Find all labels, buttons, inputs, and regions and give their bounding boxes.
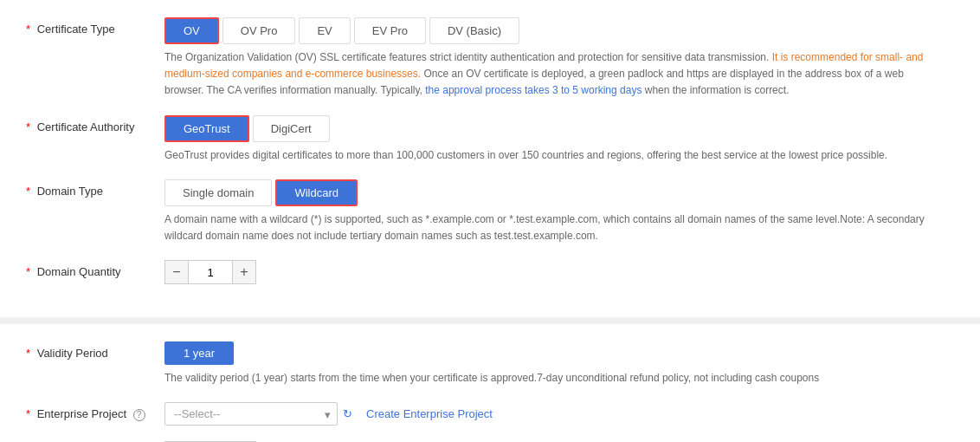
enterprise-row: --Select-- ↻ Create Enterprise Project [164, 402, 954, 426]
required-star4: * [26, 265, 30, 278]
section-divider [0, 317, 980, 324]
required-star6: * [26, 407, 30, 420]
validity-period-label: * Validity Period [26, 341, 164, 360]
enterprise-project-row: * Enterprise Project ? --Select-- ↻ Crea… [26, 402, 954, 426]
enterprise-select[interactable]: --Select-- [164, 402, 338, 426]
cert-type-ev-pro[interactable]: EV Pro [354, 17, 426, 44]
validity-period-content: 1 year The validity period (1 year) star… [164, 341, 954, 387]
certificate-type-content: OV OV Pro EV EV Pro DV (Basic) The Organ… [164, 17, 954, 100]
label-text5: Validity Period [37, 347, 108, 360]
refresh-icon[interactable]: ↻ [343, 407, 352, 420]
domain-qty-input[interactable] [189, 260, 232, 284]
certificate-authority-options: GeoTrust DigiCert [164, 115, 954, 142]
ca-description: GeoTrust provides digital certificates t… [164, 147, 944, 164]
ca-digicert[interactable]: DigiCert [253, 115, 330, 142]
required-star: * [26, 23, 30, 36]
certificate-authority-row: * Certificate Authority GeoTrust DigiCer… [26, 115, 954, 164]
section-bottom: * Validity Period 1 year The validity pe… [0, 324, 980, 442]
enterprise-project-content: --Select-- ↻ Create Enterprise Project [164, 402, 954, 426]
certificate-authority-label: * Certificate Authority [26, 115, 164, 133]
certificate-type-label: * Certificate Type [26, 17, 164, 36]
domain-quantity-label: * Domain Quantity [26, 260, 164, 278]
label-text4: Domain Quantity [37, 265, 121, 278]
domain-type-description: A domain name with a wildcard (*) is sup… [164, 211, 944, 244]
required-star5: * [26, 347, 30, 360]
cert-type-ov[interactable]: OV [164, 17, 219, 44]
cert-type-ev[interactable]: EV [299, 17, 350, 44]
certificate-authority-content: GeoTrust DigiCert GeoTrust provides digi… [164, 115, 954, 164]
certificate-type-options: OV OV Pro EV EV Pro DV (Basic) [164, 17, 954, 44]
desc-normal3: when the information is correct. [642, 84, 789, 96]
desc-highlight2: the approval process takes 3 to 5 workin… [422, 84, 642, 96]
cert-type-description: The Organization Validation (OV) SSL cer… [164, 49, 944, 100]
enterprise-project-label: * Enterprise Project ? [26, 402, 164, 421]
domain-qty-increase[interactable]: + [232, 260, 256, 284]
domain-quantity-ctrl: − + [164, 260, 954, 284]
label-text3: Domain Type [37, 185, 103, 198]
create-enterprise-link[interactable]: Create Enterprise Project [366, 407, 493, 420]
domain-single[interactable]: Single domain [164, 179, 272, 206]
domain-quantity-row: * Domain Quantity − + [26, 260, 954, 284]
ca-geotrust[interactable]: GeoTrust [164, 115, 249, 142]
label-text6: Enterprise Project [37, 407, 126, 420]
validity-description: The validity period (1 year) starts from… [164, 370, 944, 387]
domain-type-content: Single domain Wildcard A domain name wit… [164, 179, 954, 244]
certificate-type-row: * Certificate Type OV OV Pro EV EV Pro D… [26, 17, 954, 100]
required-star2: * [26, 120, 30, 133]
validity-period-row: * Validity Period 1 year The validity pe… [26, 341, 954, 387]
required-star3: * [26, 185, 30, 198]
domain-type-options: Single domain Wildcard [164, 179, 954, 206]
domain-type-row: * Domain Type Single domain Wildcard A d… [26, 179, 954, 244]
validity-1year[interactable]: 1 year [164, 341, 234, 365]
label-text2: Certificate Authority [37, 120, 135, 133]
domain-qty-decrease[interactable]: − [164, 260, 189, 284]
section-top: * Certificate Type OV OV Pro EV EV Pro D… [0, 0, 980, 317]
domain-type-label: * Domain Type [26, 179, 164, 198]
help-icon[interactable]: ? [133, 409, 145, 421]
domain-quantity-content: − + [164, 260, 954, 284]
domain-wildcard[interactable]: Wildcard [275, 179, 358, 206]
desc-normal1: The Organization Validation (OV) SSL cer… [164, 51, 769, 63]
cert-type-dv-basic[interactable]: DV (Basic) [429, 17, 519, 44]
label-text: Certificate Type [37, 23, 115, 36]
cert-type-ov-pro[interactable]: OV Pro [222, 17, 296, 44]
enterprise-select-wrap: --Select-- [164, 402, 338, 426]
